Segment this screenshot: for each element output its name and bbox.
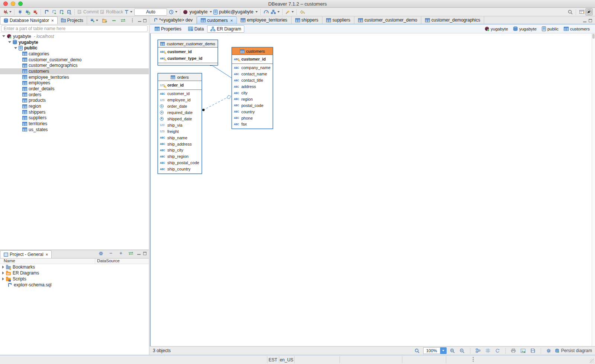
entity-field[interactable]: ship_city [158,147,202,153]
entity-field[interactable]: contact_name [232,71,273,77]
new-connection-small-button[interactable] [89,17,99,24]
expander-icon[interactable] [2,266,4,269]
expand-item-button[interactable]: + [117,250,125,257]
close-icon[interactable]: × [230,18,232,23]
open-sql-script-button[interactable] [65,8,73,16]
refresh-diagram-button[interactable] [494,347,501,354]
tree-item-table[interactable]: categories [0,51,149,57]
entity-customers[interactable]: customers customer_id co [232,47,273,129]
project-item-scripts[interactable]: Scripts [0,276,149,282]
breadcrumb-database[interactable]: yugabyte [513,26,537,31]
datasource-selector[interactable]: yugabyte [182,8,213,16]
entity-field[interactable]: region [232,96,273,102]
entity-field[interactable]: ship_name [158,134,202,141]
zoom-window-button[interactable] [18,1,23,6]
project-settings-button[interactable] [97,250,104,257]
tree-item-connection[interactable]: yugabyte - localhost [0,33,149,39]
relation-line-solid[interactable] [211,65,232,78]
tab-database-navigator[interactable]: Database Navigator × [0,16,58,24]
schema-selector[interactable]: public@yugabyte [213,8,258,16]
entity-field[interactable]: fax [232,121,273,127]
window-resize-grip[interactable] [590,359,594,363]
editor-tab[interactable]: employee_territories × [237,16,292,24]
export-image-button[interactable] [520,347,527,354]
tab-properties[interactable]: Properties [151,25,185,33]
entity-field[interactable]: company_name [232,65,273,71]
commit-button[interactable]: Commit [77,8,99,16]
entity-field[interactable]: contact_title [232,77,273,84]
close-window-button[interactable] [3,1,8,6]
collapse-all-button[interactable] [110,17,118,24]
zoom-in-button[interactable] [449,347,456,354]
minimize-window-button[interactable] [11,1,15,6]
zoom-combo-chevron[interactable] [440,347,447,354]
transaction-log-button[interactable] [168,8,178,16]
tree-item-table[interactable]: customer_demographics [0,62,149,68]
tree-item-table[interactable]: employee_territories [0,74,149,80]
tree-item-table[interactable]: employees [0,80,149,86]
link-with-editor-button[interactable] [127,250,135,257]
entity-field[interactable]: ship_via [158,122,202,128]
tree-item-table[interactable]: orders [0,92,149,98]
editor-tab[interactable]: customer_demographics × [421,16,484,24]
search-button[interactable] [566,8,574,16]
save-diagram-button[interactable] [529,347,537,354]
collapse-item-button[interactable]: − [107,250,115,257]
project-item-bookmarks[interactable]: Bookmarks [0,264,149,270]
view-menu-grip[interactable] [129,17,136,24]
expander-icon[interactable] [2,272,4,274]
transaction-mode-button[interactable] [124,8,133,16]
zoom-level-combo[interactable]: 100% [423,347,447,354]
vertical-scrollbar[interactable] [592,33,595,346]
entity-field[interactable]: customer_id [158,91,202,97]
minimize-view-button[interactable] [137,252,141,255]
tree-item-table[interactable]: region [0,103,149,109]
new-connection-button[interactable] [2,8,12,16]
close-icon[interactable]: × [51,18,54,23]
recent-sql-editor-button[interactable] [50,8,58,16]
new-sql-editor-button[interactable] [58,8,65,16]
auto-layout-button[interactable] [475,347,482,354]
entity-field[interactable]: order_id [158,82,202,88]
maximize-view-button[interactable] [143,252,147,255]
scrollbar-thumb[interactable] [592,34,595,39]
entity-field[interactable]: customer_id [158,48,218,55]
entity-field[interactable]: address [232,84,273,90]
entity-field[interactable]: employee_id [158,97,202,103]
tree-item-table[interactable]: suppliers [0,115,149,121]
expander-icon[interactable] [14,47,17,49]
tree-item-table[interactable]: shippers [0,109,149,115]
column-datasource[interactable]: DataSource [95,259,120,264]
tab-projects[interactable]: Projects [58,16,87,24]
project-item-sql-file[interactable]: explorr-schema.sql [0,282,149,288]
project-columns-header[interactable]: Name DataSource [0,259,149,264]
editor-tab[interactable]: shippers × [292,16,322,24]
breadcrumb-table[interactable]: customers [564,27,590,31]
disconnect-button[interactable] [31,8,39,16]
entity-field[interactable]: postal_code [232,102,273,108]
entity-header[interactable]: customer_customer_demo [158,40,218,48]
expander-icon[interactable] [8,41,11,43]
entity-field[interactable]: ship_region [158,153,202,160]
entity-orders[interactable]: orders order_id customer [158,73,202,174]
entity-field[interactable]: city [232,90,273,96]
tree-item-schema[interactable]: public [0,45,149,51]
print-diagram-button[interactable] [510,347,517,354]
tree-item-table[interactable]: us_states [0,127,149,133]
close-icon[interactable]: × [46,252,48,257]
minimize-view-button[interactable] [138,19,141,22]
tree-item-table[interactable]: order_details [0,86,149,92]
editor-tab[interactable]: suppliers × [322,16,354,24]
expander-icon[interactable] [2,277,4,280]
commit-mode-combo[interactable]: Auto [134,9,167,16]
dbeaver-perspective-button[interactable] [585,8,593,16]
entity-field[interactable]: required_date [158,110,202,116]
dashboard-button[interactable] [263,8,270,16]
table-filter-input[interactable] [1,25,148,32]
entity-header[interactable]: customers [232,48,273,55]
entity-field[interactable]: customer_id [232,56,273,62]
entity-header[interactable]: orders [158,74,202,81]
open-perspective-button[interactable] [578,8,585,16]
tree-item-table[interactable]: customers [0,68,149,74]
tab-data[interactable]: Data [185,25,207,33]
